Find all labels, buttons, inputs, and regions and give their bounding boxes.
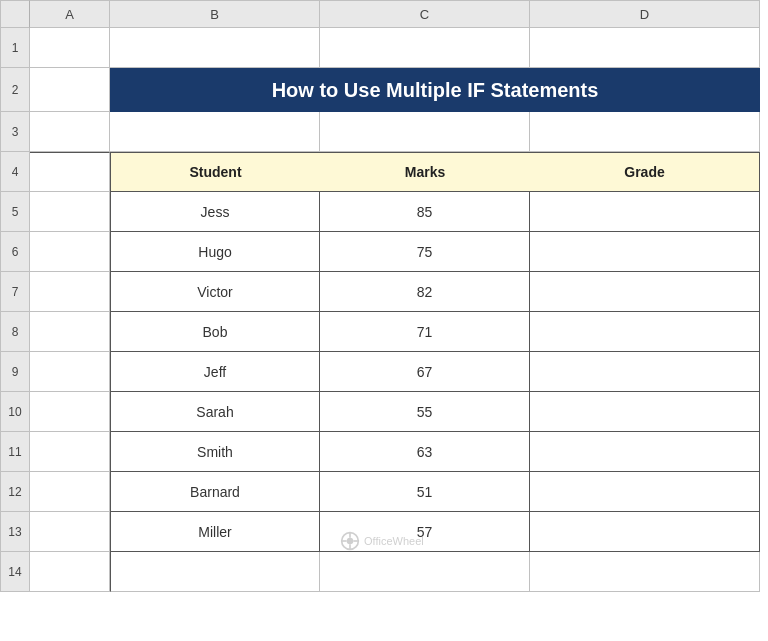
cell-grade-11[interactable] [530,432,760,472]
cell-d3[interactable] [530,112,760,152]
row-header-6: 6 [0,232,30,272]
row-6: 6 Hugo 75 [0,232,768,272]
col-header-c: C [320,0,530,28]
cell-marks-12[interactable]: 51 [320,472,530,512]
row-8: 8 Bob 71 [0,312,768,352]
cell-grade-5[interactable] [530,192,760,232]
row-header-5: 5 [0,192,30,232]
cell-grade-12[interactable] [530,472,760,512]
officerwheel-logo [340,531,360,551]
cell-student-12[interactable]: Barnard [110,472,320,512]
row-4-headers: 4 Student Marks Grade [0,152,768,192]
column-headers: A B C D [0,0,768,28]
cell-marks-header[interactable]: Marks [320,152,530,192]
cell-b3[interactable] [110,112,320,152]
cell-a14[interactable] [30,552,110,592]
row-12: 12 Barnard 51 [0,472,768,512]
watermark: OfficeWheel [340,531,424,551]
row-header-14: 14 [0,552,30,592]
cell-marks-10[interactable]: 55 [320,392,530,432]
row-10: 10 Sarah 55 [0,392,768,432]
cell-marks-7[interactable]: 82 [320,272,530,312]
cell-a8[interactable] [30,312,110,352]
row-14: 14 [0,552,768,592]
cell-a5[interactable] [30,192,110,232]
table-data: 5 Jess 85 6 Hugo 75 7 Victor 82 8 Bob 71… [0,192,768,552]
cell-a3[interactable] [30,112,110,152]
row-header-10: 10 [0,392,30,432]
cell-grade-13[interactable] [530,512,760,552]
row-5: 5 Jess 85 [0,192,768,232]
cell-grade-9[interactable] [530,352,760,392]
cell-c1[interactable] [320,28,530,68]
cell-a13[interactable] [30,512,110,552]
cell-a2[interactable] [30,68,110,112]
cell-student-header[interactable]: Student [110,152,320,192]
row-header-11: 11 [0,432,30,472]
cell-a9[interactable] [30,352,110,392]
cell-a12[interactable] [30,472,110,512]
cell-a1[interactable] [30,28,110,68]
cell-grade-header[interactable]: Grade [530,152,760,192]
cell-a6[interactable] [30,232,110,272]
row-7: 7 Victor 82 [0,272,768,312]
col-header-b: B [110,0,320,28]
row-header-7: 7 [0,272,30,312]
row-2: 2 How to Use Multiple IF Statements [0,68,768,112]
cell-student-5[interactable]: Jess [110,192,320,232]
cell-c3[interactable] [320,112,530,152]
cell-student-10[interactable]: Sarah [110,392,320,432]
col-header-d: D [530,0,760,28]
cell-student-13[interactable]: Miller [110,512,320,552]
cell-a10[interactable] [30,392,110,432]
row-9: 9 Jeff 67 [0,352,768,392]
row-1: 1 [0,28,768,68]
cell-marks-6[interactable]: 75 [320,232,530,272]
cell-b1[interactable] [110,28,320,68]
cell-a11[interactable] [30,432,110,472]
row-header-2: 2 [0,68,30,112]
cell-b14[interactable] [110,552,320,592]
svg-point-1 [347,538,354,545]
cell-marks-5[interactable]: 85 [320,192,530,232]
cell-grade-6[interactable] [530,232,760,272]
cell-a4[interactable] [30,152,110,192]
cell-d1[interactable] [530,28,760,68]
row-header-1: 1 [0,28,30,68]
corner-cell [0,0,30,28]
row-header-9: 9 [0,352,30,392]
cell-grade-10[interactable] [530,392,760,432]
row-header-3: 3 [0,112,30,152]
watermark-text: OfficeWheel [364,535,424,547]
cell-d14[interactable] [530,552,760,592]
cell-c14[interactable] [320,552,530,592]
cell-a7[interactable] [30,272,110,312]
cell-marks-9[interactable]: 67 [320,352,530,392]
row-11: 11 Smith 63 [0,432,768,472]
cell-title[interactable]: How to Use Multiple IF Statements [110,68,760,112]
cell-student-8[interactable]: Bob [110,312,320,352]
cell-student-9[interactable]: Jeff [110,352,320,392]
row-3: 3 [0,112,768,152]
row-header-8: 8 [0,312,30,352]
cell-marks-11[interactable]: 63 [320,432,530,472]
cell-grade-8[interactable] [530,312,760,352]
col-header-a: A [30,0,110,28]
cell-marks-8[interactable]: 71 [320,312,530,352]
cell-student-11[interactable]: Smith [110,432,320,472]
row-header-13: 13 [0,512,30,552]
cell-student-7[interactable]: Victor [110,272,320,312]
row-header-12: 12 [0,472,30,512]
cell-student-6[interactable]: Hugo [110,232,320,272]
row-header-4: 4 [0,152,30,192]
cell-grade-7[interactable] [530,272,760,312]
